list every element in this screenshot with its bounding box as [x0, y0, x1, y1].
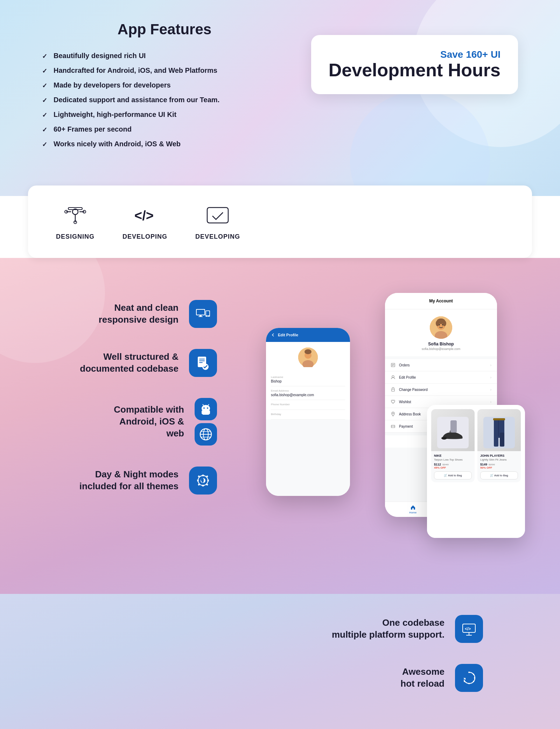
- deploy-icon: [202, 203, 233, 227]
- save-hours: Development Hours: [329, 60, 500, 80]
- form-field-birthday: Birthday: [271, 410, 345, 420]
- svg-rect-73: [500, 433, 504, 447]
- feature-row-themes: Day & Night modesincluded for all themes: [42, 467, 217, 495]
- add-to-bag-nike[interactable]: 🛒 Add to Bag: [434, 471, 472, 479]
- design-icon: [59, 203, 91, 227]
- form-field-lastname: Lastname Bishop: [271, 373, 345, 386]
- middle-section: Neat and cleanresponsive design: [0, 258, 560, 594]
- top-section: App Features ✓ Beautifully designed rich…: [0, 0, 560, 196]
- list-item: ✓ 60+ Frames per second: [42, 125, 287, 134]
- edit-avatar: [266, 342, 350, 373]
- form-fields: Lastname Bishop Email Address sofia.bish…: [266, 373, 350, 420]
- page-title: App Features: [42, 21, 287, 38]
- svg-text:</>: </>: [465, 626, 471, 631]
- cart-item-img-jp: [477, 409, 521, 451]
- cart-brand-jp: JOHN PLAYERS: [480, 454, 518, 457]
- bottom-section: One codebasemultiple platform support. <…: [0, 594, 560, 729]
- svg-point-68: [441, 437, 447, 440]
- avatar: [430, 316, 452, 339]
- tool-label-developing2: DEVELOPING: [195, 233, 240, 240]
- cart-item-info-nike: NIKE Tarpun Low-Top Shoes $112 $249 45% …: [431, 451, 475, 482]
- web-icon: [195, 423, 217, 446]
- svg-rect-12: [200, 315, 202, 316]
- bottom-features: One codebasemultiple platform support. <…: [273, 615, 518, 692]
- cart-item-john-players: JOHN PLAYERS Lightly Slim Fit Jeans $149…: [477, 409, 521, 482]
- svg-point-86: [464, 681, 465, 682]
- cart-brand-nike: NIKE: [434, 454, 472, 457]
- list-item: ✓ Dedicated support and assistance from …: [42, 96, 287, 104]
- responsive-icon: [189, 300, 217, 328]
- check-icon: ✓: [42, 141, 47, 148]
- phone-mockups: My Account: [245, 286, 518, 566]
- account-profile: Sofia Bishop sofia.bishop@example.com: [385, 309, 497, 356]
- svg-rect-19: [199, 360, 205, 361]
- profile-name: Sofia Bishop: [428, 342, 454, 346]
- svg-rect-58: [392, 389, 394, 391]
- check-icon: ✓: [42, 97, 47, 104]
- feature-row-codebase: Well structured &documented codebase: [42, 349, 217, 377]
- tools-section: DESIGNING </> DEVELOPING DEVELOPING: [28, 185, 532, 258]
- svg-rect-69: [450, 420, 457, 433]
- tool-label-designing: DESIGNING: [56, 233, 94, 240]
- svg-rect-38: [202, 485, 204, 486]
- svg-line-25: [203, 404, 204, 406]
- feature-row-responsive: Neat and cleanresponsive design: [42, 300, 217, 328]
- reload-icon: [455, 664, 483, 692]
- svg-point-82: [473, 674, 474, 675]
- svg-text:</>: </>: [134, 208, 154, 223]
- feature-text-codebase: Well structured &documented codebase: [80, 351, 178, 375]
- menu-item-change-password[interactable]: Change Password ›: [385, 384, 497, 396]
- svg-rect-72: [494, 433, 498, 447]
- menu-item-edit-profile[interactable]: Edit Profile ›: [385, 371, 497, 384]
- cart-discount-nike: 45% OFF: [434, 466, 472, 469]
- cart-product-jp: Lightly Slim Fit Jeans: [480, 458, 518, 461]
- svg-rect-13: [198, 316, 203, 317]
- svg-rect-37: [202, 475, 204, 476]
- add-to-bag-jp[interactable]: 🛒 Add to Bag: [480, 471, 518, 479]
- svg-point-51: [436, 321, 439, 326]
- feature-list: ✓ Beautifully designed rich UI ✓ Handcra…: [42, 52, 287, 148]
- feature-text-responsive: Neat and cleanresponsive design: [99, 302, 178, 326]
- account-header: My Account: [385, 293, 497, 309]
- svg-rect-18: [199, 359, 205, 359]
- phone-secondary: Edit Profile: [266, 328, 350, 496]
- cart-item-info-jp: JOHN PLAYERS Lightly Slim Fit Jeans $149…: [477, 451, 521, 482]
- svg-rect-15: [206, 311, 209, 315]
- feature-row-hot-reload: Awesomehot reload: [400, 664, 483, 692]
- svg-point-23: [203, 407, 205, 409]
- cart-pricing-jp: $149 $290: [480, 463, 518, 466]
- svg-point-84: [473, 681, 474, 682]
- check-icon: ✓: [42, 67, 47, 75]
- nav-home[interactable]: Home: [409, 505, 416, 514]
- svg-point-81: [468, 672, 470, 673]
- svg-rect-20: [199, 362, 203, 363]
- cart-pricing-nike: $112 $249: [434, 463, 472, 466]
- cart-discount-jp: 50% OFF: [480, 466, 518, 469]
- svg-point-66: [304, 349, 312, 354]
- svg-point-83: [474, 677, 475, 679]
- android-icon: [195, 398, 217, 420]
- save-card: Save 160+ UI Development Hours: [311, 35, 518, 94]
- list-item: ✓ Made by developers for developers: [42, 81, 287, 90]
- menu-item-orders[interactable]: Orders ›: [385, 359, 497, 371]
- feature-row-codebase-platform: One codebasemultiple platform support. <…: [332, 615, 483, 643]
- svg-rect-39: [197, 479, 198, 481]
- svg-marker-80: [463, 678, 465, 680]
- list-item: ✓ Handcrafted for Android, iOS, and Web …: [42, 66, 287, 75]
- code-icon: </>: [129, 203, 161, 227]
- profile-email: sofia.bishop@example.com: [422, 347, 461, 351]
- tool-item-designing: DESIGNING: [56, 203, 94, 240]
- cart-product-nike: Tarpun Low-Top Shoes: [434, 458, 472, 461]
- check-icon: ✓: [42, 111, 47, 119]
- cart-items: NIKE Tarpun Low-Top Shoes $112 $249 45% …: [431, 409, 521, 482]
- tool-label-developing1: DEVELOPING: [122, 233, 167, 240]
- svg-rect-11: [197, 310, 204, 315]
- svg-line-26: [208, 404, 209, 406]
- cart-item-img-nike: [431, 409, 475, 451]
- feature-row-platforms: Compatible withAndroid, iOS &web: [42, 398, 217, 446]
- list-item: ✓ Works nicely with Android, iOS & Web: [42, 140, 287, 148]
- tool-item-developing: </> DEVELOPING: [122, 203, 167, 240]
- svg-point-16: [208, 316, 208, 316]
- svg-point-57: [392, 376, 394, 378]
- check-icon: ✓: [42, 126, 47, 134]
